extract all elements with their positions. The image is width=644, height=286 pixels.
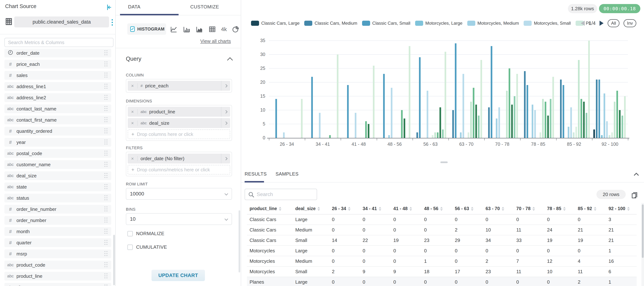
histogram-bar[interactable] [470,102,472,138]
tab-customize[interactable]: CUSTOMIZE [190,4,219,10]
pie-chart-icon[interactable] [232,25,240,33]
drag-handle-icon[interactable] [104,262,108,268]
histogram-bar[interactable] [516,74,518,138]
drag-handle-icon[interactable] [104,106,108,112]
pill-expand-icon[interactable] [221,118,230,128]
header-bin-63-70[interactable]: 63 - 70 [483,203,514,214]
histogram-bar[interactable] [588,41,590,138]
drag-handle-icon[interactable] [104,84,108,89]
histogram-bar[interactable] [593,129,595,138]
table-icon[interactable] [208,25,216,33]
histogram-bar[interactable] [409,46,410,138]
histogram-bar[interactable] [368,124,370,138]
histogram-bar[interactable] [573,132,574,138]
remove-icon[interactable]: × [128,156,138,161]
histogram-bar[interactable] [301,99,302,138]
sidebar-column-address_line1[interactable]: abcaddress_line1 [4,82,111,91]
remove-icon[interactable]: × [128,109,138,114]
copy-icon[interactable] [630,191,638,200]
drag-handle-icon[interactable] [104,285,108,286]
sidebar-column-status[interactable]: abcstatus [4,194,111,202]
histogram-bar[interactable] [606,121,608,138]
histogram-bar[interactable] [583,102,585,138]
histogram-bar[interactable] [319,113,320,138]
sidebar-column-product_code[interactable]: abcproduct_code [4,261,111,269]
histogram-bar[interactable] [329,135,331,138]
header-deal-size[interactable]: deal_size [293,203,329,214]
dimension-pill-product_line[interactable]: ×abcproduct_line [128,107,230,117]
sidebar-column-contact_first_name[interactable]: abccontact_first_name [4,116,111,124]
sidebar-column-order_line_number[interactable]: #order_line_number [4,205,111,214]
normalize-checkbox-row[interactable]: NORMALIZE [127,231,164,237]
drag-handle-icon[interactable] [104,218,108,223]
histogram-bar[interactable] [498,107,500,138]
histogram-bar[interactable] [311,77,313,138]
header-bin-34-41[interactable]: 34 - 41 [360,203,391,214]
histogram-bar[interactable] [576,127,577,138]
histogram-bar[interactable] [444,52,446,138]
drag-handle-icon[interactable] [104,207,108,212]
results-search-input[interactable] [257,189,315,200]
dataset-menu-icon[interactable] [110,18,114,27]
histogram-bar[interactable] [619,110,620,138]
sidebar-column-city[interactable]: abccity [4,283,111,286]
histogram-bar[interactable] [570,107,572,138]
histogram-bar[interactable] [534,110,536,138]
histogram-bar[interactable] [496,118,498,138]
header-bin-92-100[interactable]: 92 - 100 [606,203,637,214]
sidebar-column-order_date[interactable]: order_date [4,49,111,57]
header-bin-26-34[interactable]: 26 - 34 [329,203,360,214]
histogram-bar[interactable] [601,135,603,138]
header-bin-41-48[interactable]: 41 - 48 [391,203,422,214]
panel-resize-handle[interactable] [440,161,448,163]
histogram-bar[interactable] [373,66,374,138]
sidebar-column-quantity_ordered[interactable]: #quantity_ordered [4,127,111,135]
drag-handle-icon[interactable] [104,151,108,156]
histogram-bar[interactable] [616,91,618,138]
sidebar-column-sales[interactable]: #sales [4,71,111,80]
collapse-results-icon[interactable] [634,173,639,177]
drag-handle-icon[interactable] [104,240,108,245]
sidebar-column-price_each[interactable]: #price_each [4,60,111,69]
line-chart-icon[interactable] [170,25,178,33]
pill-expand-icon[interactable] [221,154,230,163]
header-product-line[interactable]: product_line [247,203,293,214]
viz-type-histogram-chip[interactable]: ✓ HISTOGRAM [127,23,166,35]
histogram-bar[interactable] [419,57,420,138]
histogram-bar[interactable] [624,96,626,138]
remove-icon[interactable]: × [128,120,138,126]
drag-handle-icon[interactable] [104,162,108,167]
column-pill-expand-icon[interactable] [221,81,230,91]
sidebar-scrollbar[interactable] [113,235,115,285]
controls-scrollbar[interactable] [238,210,240,273]
header-bin-70-78[interactable]: 70 - 78 [514,203,544,214]
histogram-bar[interactable] [508,68,510,138]
sidebar-column-contact_last_name[interactable]: abccontact_last_name [4,104,111,113]
histogram-bar[interactable] [365,121,367,138]
cumulative-checkbox[interactable] [127,245,133,250]
histogram-bar[interactable] [604,93,605,138]
histogram-bar[interactable] [283,132,285,138]
drag-handle-icon[interactable] [104,73,108,78]
sidebar-column-year[interactable]: #year [4,138,111,147]
histogram-bar[interactable] [550,99,552,138]
histogram-bar[interactable] [452,110,454,138]
histogram-bar[interactable] [526,85,528,138]
sidebar-column-state[interactable]: abcstate [4,183,111,191]
histogram-bar[interactable] [545,102,546,138]
histogram-bar[interactable] [427,91,428,138]
histogram-bar[interactable] [383,74,385,138]
histogram-checkbox[interactable]: ✓ [130,26,135,32]
header-bin-78-85[interactable]: 78 - 85 [544,203,575,214]
drag-handle-icon[interactable] [104,61,108,67]
area-chart-icon[interactable] [196,25,204,33]
column-pill-price-each[interactable]: × #price_each [128,81,230,91]
header-bin-56-63[interactable]: 56 - 63 [452,203,483,214]
histogram-bar[interactable] [275,99,277,138]
sidebar-column-postal_code[interactable]: abcpostal_code [4,149,111,158]
histogram-bar[interactable] [455,43,456,138]
histogram-bar[interactable] [506,91,508,138]
sidebar-column-address_line2[interactable]: abcaddress_line2 [4,93,111,102]
drag-handle-icon[interactable] [104,140,108,145]
histogram-bar[interactable] [416,132,418,138]
